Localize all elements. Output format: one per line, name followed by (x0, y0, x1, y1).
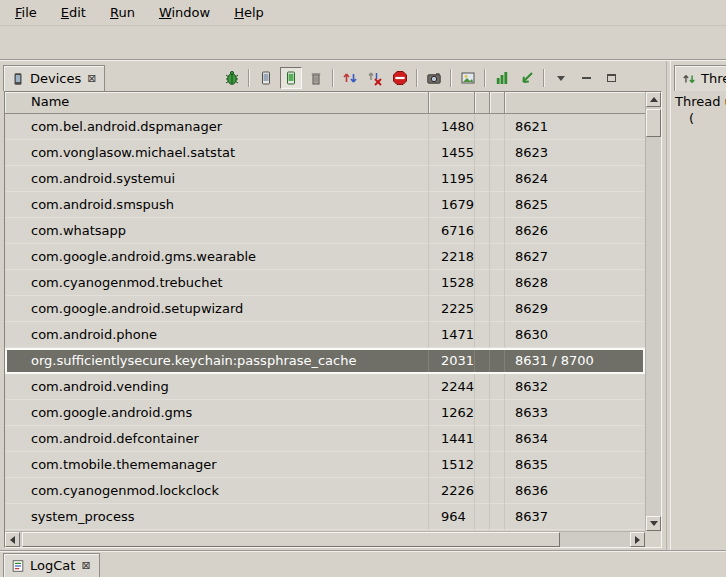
process-pid: 14553 (429, 140, 475, 166)
update-threads-icon (342, 70, 358, 86)
menubar: File Edit Run Window Help (0, 0, 726, 26)
close-icon[interactable]: ⊠ (86, 73, 97, 84)
table-row[interactable]: com.google.android.gms 12623 8633 (5, 400, 645, 426)
scroll-down-button[interactable] (646, 516, 661, 531)
process-port: 8633 (505, 400, 645, 426)
empty-cell (490, 322, 505, 348)
table-header: Name (5, 92, 645, 114)
view-menu-icon (557, 76, 565, 81)
table-row[interactable]: com.bel.android.dspmanager 1480 8621 (5, 114, 645, 140)
close-icon[interactable]: ⊠ (80, 560, 91, 571)
empty-cell (475, 504, 490, 530)
process-pid: 1512 (429, 452, 475, 478)
debug-icon (224, 70, 240, 86)
table-row[interactable]: com.tmobile.thememanager 1512 8635 (5, 452, 645, 478)
tab-logcat[interactable]: LogCat ⊠ (3, 553, 100, 577)
process-pid: 14411 (429, 426, 475, 452)
tab-devices[interactable]: Devices ⊠ (3, 65, 105, 91)
capture-view-button[interactable] (457, 67, 479, 89)
horizontal-scrollbar[interactable] (5, 531, 645, 547)
menu-run[interactable]: Run (101, 2, 144, 23)
update-heap-button[interactable] (255, 67, 277, 89)
toolbar-separator (416, 69, 418, 87)
vertical-scrollbar[interactable] (645, 92, 661, 531)
process-port: 8624 (505, 166, 645, 192)
empty-cell (490, 400, 505, 426)
arrow-left-icon (10, 536, 15, 544)
process-pid: 22185 (429, 244, 475, 270)
process-port: 8627 (505, 244, 645, 270)
table-row[interactable]: com.android.smspush 1679 8625 (5, 192, 645, 218)
table-row[interactable]: com.google.android.setupwizard 22250 862… (5, 296, 645, 322)
column-header-port (505, 92, 645, 114)
empty-cell (490, 296, 505, 322)
process-port: 8636 (505, 478, 645, 504)
update-threads-button[interactable] (339, 67, 361, 89)
process-name: com.tmobile.thememanager (5, 452, 429, 478)
scrollbar-corner (645, 531, 661, 547)
process-pid: 6716 (429, 218, 475, 244)
method-profiling-button[interactable] (516, 67, 538, 89)
devices-toolbar (221, 65, 622, 91)
column-header-pid (429, 92, 475, 114)
cause-gc-button[interactable] (305, 67, 327, 89)
toolbar-separator (332, 69, 334, 87)
table-row[interactable]: com.vonglasow.michael.satstat 14553 8623 (5, 140, 645, 166)
maximize-button[interactable] (600, 67, 622, 89)
process-name: com.cyanogenmod.lockclock (5, 478, 429, 504)
process-port: 8625 (505, 192, 645, 218)
menu-file[interactable]: File (6, 2, 46, 23)
process-name: system_process (5, 504, 429, 530)
menu-window[interactable]: Window (150, 2, 219, 23)
heap-updates-button[interactable] (491, 67, 513, 89)
toolbar-separator (450, 69, 452, 87)
arrow-right-icon (635, 536, 640, 544)
empty-cell (475, 296, 490, 322)
table-row[interactable]: com.android.phone 1471 8630 (5, 322, 645, 348)
threads-tab-label: Threa (701, 71, 726, 86)
main-area: Devices ⊠ (0, 60, 726, 550)
process-name: com.android.defcontainer (5, 426, 429, 452)
scroll-right-button[interactable] (630, 532, 645, 547)
process-name: com.android.smspush (5, 192, 429, 218)
table-row[interactable]: com.cyanogenmod.lockclock 22265 8636 (5, 478, 645, 504)
table-row[interactable]: com.cyanogenmod.trebuchet 1528 8628 (5, 270, 645, 296)
horizontal-scroll-thumb[interactable] (22, 532, 560, 547)
table-row[interactable]: com.android.vending 22440 8632 (5, 374, 645, 400)
table-row[interactable]: com.whatsapp 6716 8626 (5, 218, 645, 244)
process-port: 8621 (505, 114, 645, 140)
toolbar-separator (543, 69, 545, 87)
process-port: 8626 (505, 218, 645, 244)
column-header-name[interactable]: Name (5, 92, 429, 114)
menu-edit[interactable]: Edit (52, 2, 95, 23)
stop-process-button[interactable] (389, 67, 411, 89)
vertical-scroll-thumb[interactable] (646, 109, 661, 137)
threads-panel-header: Threa (671, 61, 726, 91)
empty-cell (475, 478, 490, 504)
view-menu-button[interactable] (550, 67, 572, 89)
dump-hprof-button[interactable] (280, 67, 302, 89)
process-pid: 22265 (429, 478, 475, 504)
table-row[interactable]: com.android.defcontainer 14411 8634 (5, 426, 645, 452)
scroll-left-button[interactable] (5, 532, 20, 547)
stop-process-icon (392, 70, 408, 86)
column-header-spacer1 (475, 92, 490, 114)
scroll-up-button[interactable] (646, 92, 661, 107)
table-row[interactable]: com.android.systemui 1195 8624 (5, 166, 645, 192)
debug-process-button[interactable] (221, 67, 243, 89)
screen-capture-button[interactable] (423, 67, 445, 89)
method-profiling-icon (519, 70, 535, 86)
stop-threads-button[interactable] (364, 67, 386, 89)
menu-help[interactable]: Help (225, 2, 273, 23)
empty-cell (475, 400, 490, 426)
table-row[interactable]: system_process 964 8637 (5, 504, 645, 530)
table-row[interactable]: com.google.android.gms.wearable 22185 86… (5, 244, 645, 270)
empty-cell (475, 270, 490, 296)
empty-cell (490, 426, 505, 452)
empty-cell (475, 166, 490, 192)
table-row[interactable]: org.sufficientlysecure.keychain:passphra… (5, 348, 645, 374)
process-port: 8628 (505, 270, 645, 296)
tab-threads[interactable]: Threa (674, 65, 726, 91)
process-port: 8632 (505, 374, 645, 400)
minimize-button[interactable] (575, 67, 597, 89)
